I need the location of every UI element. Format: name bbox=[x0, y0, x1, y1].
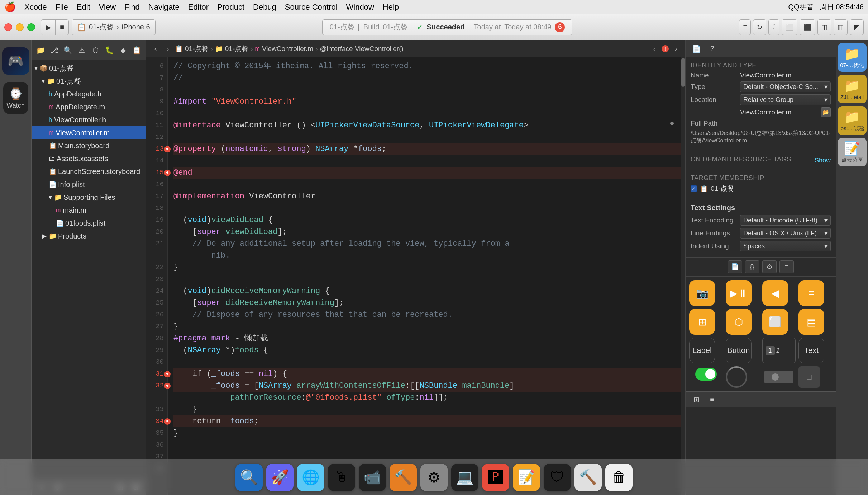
layout-btn5[interactable]: ◩ bbox=[850, 19, 864, 35]
code-editor[interactable]: 6 7 8 9 10 11 12 13 14 15 16 17 18 19 20… bbox=[146, 57, 685, 495]
menu-xcode[interactable]: Xcode bbox=[24, 3, 47, 12]
dock-notes[interactable]: 🛡 bbox=[544, 464, 571, 491]
scrollbar-thumb[interactable] bbox=[681, 58, 685, 87]
sidebar-breakpoint-btn[interactable]: ◆ bbox=[118, 44, 128, 57]
dock-trash[interactable]: 🗑 bbox=[605, 464, 633, 491]
minimize-button[interactable] bbox=[16, 23, 24, 31]
file-item-launch-storyboard[interactable]: 📋 LaunchScreen.storyboard bbox=[32, 165, 146, 178]
menu-find[interactable]: Find bbox=[124, 3, 140, 12]
ui-list-btn[interactable]: ≡ bbox=[798, 280, 824, 306]
inspector-location-dropdown[interactable]: Relative to Group ▾ bbox=[740, 94, 831, 105]
refresh-btn[interactable]: ↻ bbox=[753, 19, 766, 35]
ui-gray-element[interactable]: □ bbox=[798, 366, 820, 388]
breadcrumb-prev[interactable]: ‹ bbox=[649, 44, 659, 54]
breadcrumb-project[interactable]: 01-点餐 bbox=[185, 44, 208, 53]
encoding-dropdown[interactable]: Default - Unicode (UTF-8) ▾ bbox=[740, 215, 831, 226]
inspector-browse-btn[interactable]: 📂 bbox=[821, 107, 831, 117]
dock-terminal[interactable]: 💻 bbox=[451, 464, 478, 491]
sidebar-warning-btn[interactable]: ⚠ bbox=[76, 44, 87, 57]
folder-ios1[interactable]: 📁 ios1...试验 bbox=[838, 106, 867, 135]
inspector-file-btn[interactable]: 📄 bbox=[690, 42, 703, 55]
close-button[interactable] bbox=[4, 23, 12, 31]
format-braces-btn[interactable]: {} bbox=[745, 260, 759, 273]
jump-btn[interactable]: ⤴ bbox=[768, 19, 779, 35]
menu-edit[interactable]: Edit bbox=[77, 3, 90, 12]
menu-editor[interactable]: Editor bbox=[188, 3, 209, 12]
menu-window[interactable]: Window bbox=[346, 3, 374, 12]
file-item-group[interactable]: ▾ 📁 01-点餐 bbox=[32, 75, 146, 88]
indent-dropdown[interactable]: Spaces ▾ bbox=[740, 241, 831, 251]
ui-camera-btn[interactable]: 📷 bbox=[689, 280, 715, 306]
breadcrumb-group[interactable]: 01-点餐 bbox=[225, 44, 248, 53]
inspector-quick-help-btn[interactable]: ? bbox=[706, 42, 719, 55]
file-item-supporting[interactable]: ▾ 📁 Supporting Files bbox=[32, 191, 146, 204]
ui-back-btn[interactable]: ◀ bbox=[762, 280, 788, 306]
inspector-type-dropdown[interactable]: Default - Objective-C So... ▾ bbox=[740, 81, 831, 92]
dock-finder[interactable]: 🔍 bbox=[235, 464, 263, 491]
layout-btn2[interactable]: ⬛ bbox=[800, 19, 815, 35]
menu-navigate[interactable]: Navigate bbox=[148, 3, 180, 12]
file-item-products[interactable]: ▶ 📁 Products bbox=[32, 230, 146, 242]
format-file-btn[interactable]: 📄 bbox=[728, 260, 742, 273]
folder-07[interactable]: 📁 07-…优化 bbox=[838, 43, 867, 72]
folder-zjl[interactable]: 📁 ZJL...etail bbox=[838, 75, 867, 103]
menu-source-control[interactable]: Source Control bbox=[285, 3, 338, 12]
ui-text-element[interactable]: Text bbox=[798, 338, 824, 363]
menu-debug[interactable]: Debug bbox=[253, 3, 276, 12]
file-item-01foods-plist[interactable]: 📄 01foods.plist bbox=[32, 217, 146, 230]
file-item-main-m[interactable]: m main.m bbox=[32, 204, 146, 217]
rp-bottom-btn2[interactable]: ≡ bbox=[706, 393, 719, 406]
scheme-selector[interactable]: 📋 01-点餐 › iPhone 6 bbox=[72, 19, 156, 35]
dock-launchpad[interactable]: 🚀 bbox=[266, 464, 294, 491]
breadcrumb-back[interactable]: ‹ bbox=[151, 44, 161, 54]
menu-help[interactable]: Help bbox=[383, 3, 399, 12]
menu-file[interactable]: File bbox=[55, 3, 68, 12]
sidebar-test-btn[interactable]: ⬡ bbox=[90, 44, 101, 57]
sidebar-debug-btn[interactable]: 🐛 bbox=[104, 44, 115, 57]
dock-prefs[interactable]: ⚙ bbox=[420, 464, 448, 491]
sidebar-search-btn[interactable]: 🔍 bbox=[63, 44, 73, 57]
ui-segmented-element[interactable]: 1 2 bbox=[762, 338, 796, 363]
layout-btn3[interactable]: ◫ bbox=[817, 19, 831, 35]
target-checkbox[interactable]: ✓ bbox=[691, 185, 697, 192]
line-endings-dropdown[interactable]: Default - OS X / Unix (LF) ▾ bbox=[740, 228, 831, 239]
rp-bottom-btn1[interactable]: ⊞ bbox=[690, 393, 703, 406]
dock-papp[interactable]: 📝 bbox=[513, 464, 540, 491]
maximize-button[interactable] bbox=[27, 23, 35, 31]
file-item-viewcontroller-m[interactable]: m ViewController.m bbox=[32, 126, 146, 139]
ui-label-element[interactable]: Label bbox=[689, 338, 715, 363]
breadcrumb-symbol[interactable]: @interface ViewController() bbox=[320, 45, 404, 53]
run-button[interactable]: ▶ bbox=[41, 20, 56, 35]
ui-slider-element[interactable] bbox=[764, 371, 793, 383]
dock-tools[interactable]: 🔨 bbox=[390, 464, 417, 491]
layout-btn1[interactable]: ⬜ bbox=[782, 19, 797, 35]
sidebar-folder-btn[interactable]: 📁 bbox=[35, 44, 46, 57]
file-item-main-storyboard[interactable]: 📋 Main.storyboard bbox=[32, 139, 146, 152]
breadcrumb-next[interactable]: › bbox=[671, 44, 681, 54]
file-item-assets[interactable]: 🗂 Assets.xcassets bbox=[32, 152, 146, 165]
ui-stripes-btn[interactable]: ▤ bbox=[798, 309, 824, 335]
breadcrumb-forward[interactable]: › bbox=[163, 44, 173, 54]
ui-toggle-element[interactable] bbox=[695, 368, 717, 381]
menu-view[interactable]: View bbox=[99, 3, 116, 12]
dock-safari[interactable]: 🌐 bbox=[297, 464, 324, 491]
file-item-root[interactable]: ▾ 📦 01-点餐 bbox=[32, 62, 146, 75]
dock-video[interactable]: 📹 bbox=[359, 464, 386, 491]
dock-music[interactable]: 🅿 bbox=[482, 464, 509, 491]
dock-xcode[interactable]: 🔨 bbox=[574, 464, 602, 491]
ui-play-btn[interactable]: ▶⏸ bbox=[726, 280, 752, 306]
navigator-toggle[interactable]: ≡ bbox=[739, 19, 751, 35]
sidebar-git-btn[interactable]: ⎇ bbox=[49, 44, 59, 57]
show-button[interactable]: Show bbox=[815, 157, 831, 164]
ui-cube-btn[interactable]: ⬡ bbox=[726, 309, 752, 335]
watch-icon-item[interactable]: ⌚ Watch bbox=[3, 82, 28, 114]
ui-square-btn[interactable]: ⬜ bbox=[762, 309, 788, 335]
ui-button-element[interactable]: Button bbox=[726, 338, 752, 363]
vertical-scrollbar[interactable] bbox=[681, 57, 685, 495]
folder-csdn[interactable]: 📝 点云分享 bbox=[838, 138, 867, 166]
file-item-appdelegate-m[interactable]: m AppDelegate.m bbox=[32, 100, 146, 113]
apple-menu[interactable]: 🍎 bbox=[4, 1, 16, 13]
breadcrumb-file[interactable]: ViewController.m bbox=[262, 45, 313, 53]
format-gear-btn[interactable]: ⚙ bbox=[762, 260, 777, 273]
sidebar-report-btn[interactable]: 📋 bbox=[132, 44, 142, 57]
